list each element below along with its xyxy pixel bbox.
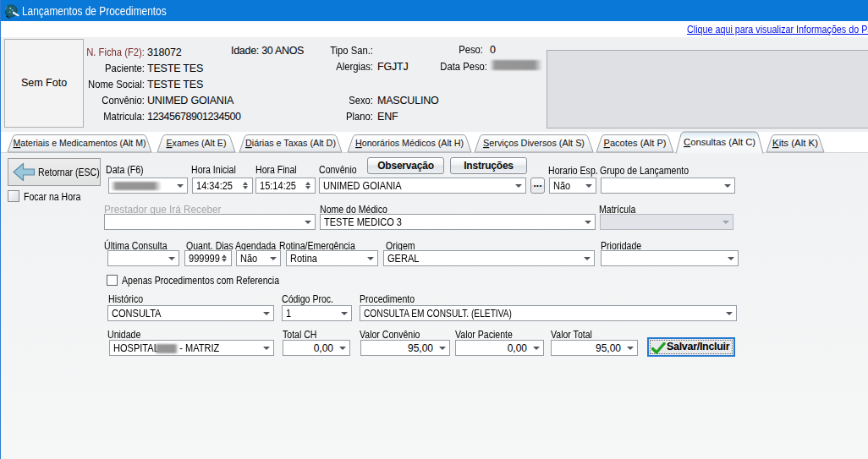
- svg-text:Diárias e Taxas (Alt D): Diárias e Taxas (Alt D): [245, 138, 336, 148]
- svg-text:Serviços Diversos (Alt S): Serviços Diversos (Alt S): [483, 138, 585, 148]
- svg-text:Pacotes (Alt P): Pacotes (Alt P): [604, 138, 667, 148]
- svg-text:Exames (Alt E): Exames (Alt E): [167, 138, 227, 148]
- svg-text:Honorários Médicos (Alt H): Honorários Médicos (Alt H): [355, 138, 464, 148]
- svg-text:Materiais e Medicamentos (Alt: Materiais e Medicamentos (Alt M): [14, 138, 146, 148]
- svg-text:Kits (Alt K): Kits (Alt K): [772, 138, 818, 148]
- svg-text:Consultas (Alt C): Consultas (Alt C): [684, 137, 755, 147]
